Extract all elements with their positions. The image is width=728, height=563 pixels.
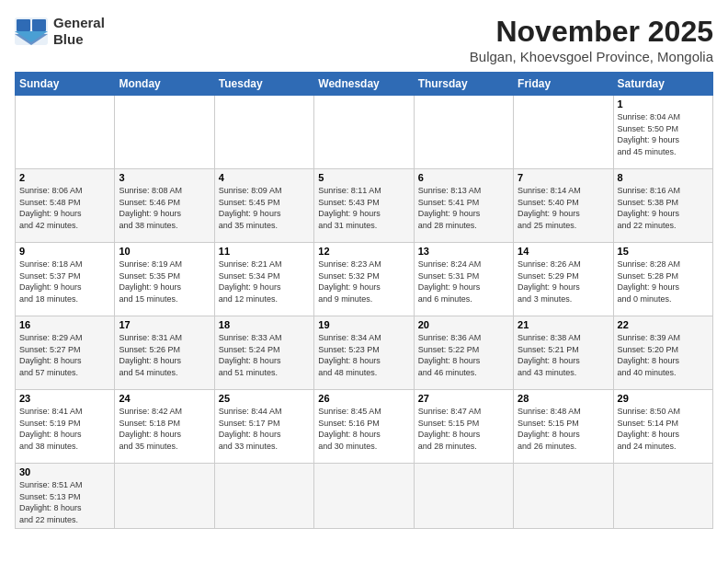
day-info: Sunrise: 8:51 AM Sunset: 5:13 PM Dayligh… [19, 479, 110, 525]
calendar-cell: 10Sunrise: 8:19 AM Sunset: 5:35 PM Dayli… [115, 243, 214, 316]
logo-icon [15, 17, 48, 45]
day-number: 22 [618, 319, 709, 330]
calendar-cell: 14Sunrise: 8:26 AM Sunset: 5:29 PM Dayli… [514, 243, 613, 316]
calendar-cell [514, 96, 613, 169]
calendar-cell: 30Sunrise: 8:51 AM Sunset: 5:13 PM Dayli… [16, 464, 115, 529]
day-number: 11 [219, 246, 310, 257]
day-info: Sunrise: 8:48 AM Sunset: 5:15 PM Dayligh… [518, 406, 609, 452]
day-number: 15 [618, 246, 709, 257]
calendar-cell [613, 464, 712, 529]
day-info: Sunrise: 8:09 AM Sunset: 5:45 PM Dayligh… [219, 185, 310, 231]
calendar-cell: 11Sunrise: 8:21 AM Sunset: 5:34 PM Dayli… [214, 243, 313, 316]
day-info: Sunrise: 8:23 AM Sunset: 5:32 PM Dayligh… [318, 259, 409, 304]
calendar-cell [115, 464, 214, 529]
calendar-cell [514, 464, 613, 529]
day-info: Sunrise: 8:04 AM Sunset: 5:50 PM Dayligh… [618, 111, 709, 157]
day-number: 2 [19, 172, 110, 183]
calendar-cell: 26Sunrise: 8:45 AM Sunset: 5:16 PM Dayli… [314, 390, 414, 464]
day-info: Sunrise: 8:26 AM Sunset: 5:29 PM Dayligh… [518, 259, 609, 304]
day-number: 20 [418, 319, 509, 330]
day-number: 12 [318, 246, 409, 257]
calendar-cell: 17Sunrise: 8:31 AM Sunset: 5:26 PM Dayli… [115, 316, 214, 390]
day-info: Sunrise: 8:34 AM Sunset: 5:23 PM Dayligh… [318, 332, 409, 378]
day-number: 16 [19, 319, 110, 330]
day-number: 5 [318, 172, 409, 183]
day-number: 29 [618, 393, 709, 404]
day-info: Sunrise: 8:50 AM Sunset: 5:14 PM Dayligh… [618, 406, 709, 452]
day-info: Sunrise: 8:33 AM Sunset: 5:24 PM Dayligh… [219, 332, 310, 378]
calendar-week-6: 30Sunrise: 8:51 AM Sunset: 5:13 PM Dayli… [16, 464, 713, 529]
header-wednesday: Wednesday [314, 73, 414, 96]
calendar-cell: 16Sunrise: 8:29 AM Sunset: 5:27 PM Dayli… [16, 316, 115, 390]
day-number: 10 [119, 246, 210, 257]
day-info: Sunrise: 8:08 AM Sunset: 5:46 PM Dayligh… [119, 185, 210, 231]
calendar-cell: 3Sunrise: 8:08 AM Sunset: 5:46 PM Daylig… [115, 169, 214, 243]
calendar-cell: 7Sunrise: 8:14 AM Sunset: 5:40 PM Daylig… [514, 169, 613, 243]
calendar-table: SundayMondayTuesdayWednesdayThursdayFrid… [15, 72, 713, 529]
main-title: November 2025 [470, 15, 713, 49]
day-info: Sunrise: 8:24 AM Sunset: 5:31 PM Dayligh… [418, 259, 509, 304]
day-info: Sunrise: 8:06 AM Sunset: 5:48 PM Dayligh… [19, 185, 110, 231]
day-info: Sunrise: 8:44 AM Sunset: 5:17 PM Dayligh… [219, 406, 310, 452]
day-info: Sunrise: 8:11 AM Sunset: 5:43 PM Dayligh… [318, 185, 409, 231]
day-info: Sunrise: 8:21 AM Sunset: 5:34 PM Dayligh… [219, 259, 310, 304]
calendar-week-2: 2Sunrise: 8:06 AM Sunset: 5:48 PM Daylig… [16, 169, 713, 243]
day-number: 7 [518, 172, 609, 183]
day-info: Sunrise: 8:18 AM Sunset: 5:37 PM Dayligh… [19, 259, 110, 304]
svg-rect-1 [17, 19, 30, 31]
logo: General Blue [15, 15, 105, 48]
header-sunday: Sunday [16, 73, 115, 96]
day-info: Sunrise: 8:45 AM Sunset: 5:16 PM Dayligh… [318, 406, 409, 452]
header-tuesday: Tuesday [214, 73, 313, 96]
calendar-cell: 22Sunrise: 8:39 AM Sunset: 5:20 PM Dayli… [613, 316, 712, 390]
calendar-cell: 2Sunrise: 8:06 AM Sunset: 5:48 PM Daylig… [16, 169, 115, 243]
calendar-header-row: SundayMondayTuesdayWednesdayThursdayFrid… [16, 73, 713, 96]
calendar-cell: 19Sunrise: 8:34 AM Sunset: 5:23 PM Dayli… [314, 316, 414, 390]
calendar-week-3: 9Sunrise: 8:18 AM Sunset: 5:37 PM Daylig… [16, 243, 713, 316]
day-number: 23 [19, 393, 110, 404]
day-info: Sunrise: 8:19 AM Sunset: 5:35 PM Dayligh… [119, 259, 210, 304]
day-number: 27 [418, 393, 509, 404]
calendar-cell: 12Sunrise: 8:23 AM Sunset: 5:32 PM Dayli… [314, 243, 414, 316]
day-number: 28 [518, 393, 609, 404]
calendar-cell: 18Sunrise: 8:33 AM Sunset: 5:24 PM Dayli… [214, 316, 313, 390]
day-number: 6 [418, 172, 509, 183]
calendar-cell [314, 464, 414, 529]
calendar-cell: 25Sunrise: 8:44 AM Sunset: 5:17 PM Dayli… [214, 390, 313, 464]
calendar-cell: 24Sunrise: 8:42 AM Sunset: 5:18 PM Dayli… [115, 390, 214, 464]
calendar-cell [414, 96, 513, 169]
header-thursday: Thursday [414, 73, 513, 96]
header-saturday: Saturday [613, 73, 712, 96]
svg-rect-2 [32, 19, 46, 31]
calendar-cell [414, 464, 513, 529]
calendar-week-5: 23Sunrise: 8:41 AM Sunset: 5:19 PM Dayli… [16, 390, 713, 464]
day-number: 18 [219, 319, 310, 330]
calendar-cell: 21Sunrise: 8:38 AM Sunset: 5:21 PM Dayli… [514, 316, 613, 390]
day-number: 4 [219, 172, 310, 183]
calendar-cell: 28Sunrise: 8:48 AM Sunset: 5:15 PM Dayli… [514, 390, 613, 464]
calendar-cell: 13Sunrise: 8:24 AM Sunset: 5:31 PM Dayli… [414, 243, 513, 316]
day-info: Sunrise: 8:16 AM Sunset: 5:38 PM Dayligh… [618, 185, 709, 231]
calendar-cell: 8Sunrise: 8:16 AM Sunset: 5:38 PM Daylig… [613, 169, 712, 243]
day-number: 9 [19, 246, 110, 257]
calendar-cell: 15Sunrise: 8:28 AM Sunset: 5:28 PM Dayli… [613, 243, 712, 316]
day-number: 13 [418, 246, 509, 257]
day-number: 14 [518, 246, 609, 257]
header-monday: Monday [115, 73, 214, 96]
calendar-cell: 29Sunrise: 8:50 AM Sunset: 5:14 PM Dayli… [613, 390, 712, 464]
calendar-cell: 1Sunrise: 8:04 AM Sunset: 5:50 PM Daylig… [613, 96, 712, 169]
day-info: Sunrise: 8:42 AM Sunset: 5:18 PM Dayligh… [119, 406, 210, 452]
calendar-cell: 5Sunrise: 8:11 AM Sunset: 5:43 PM Daylig… [314, 169, 414, 243]
day-number: 17 [119, 319, 210, 330]
header: General Blue November 2025 Bulgan, Khoev… [15, 15, 713, 64]
day-info: Sunrise: 8:14 AM Sunset: 5:40 PM Dayligh… [518, 185, 609, 231]
day-info: Sunrise: 8:13 AM Sunset: 5:41 PM Dayligh… [418, 185, 509, 231]
day-number: 26 [318, 393, 409, 404]
calendar-cell [214, 464, 313, 529]
calendar-week-4: 16Sunrise: 8:29 AM Sunset: 5:27 PM Dayli… [16, 316, 713, 390]
day-number: 3 [119, 172, 210, 183]
day-info: Sunrise: 8:39 AM Sunset: 5:20 PM Dayligh… [618, 332, 709, 378]
calendar-cell [214, 96, 313, 169]
day-number: 19 [318, 319, 409, 330]
day-number: 8 [618, 172, 709, 183]
